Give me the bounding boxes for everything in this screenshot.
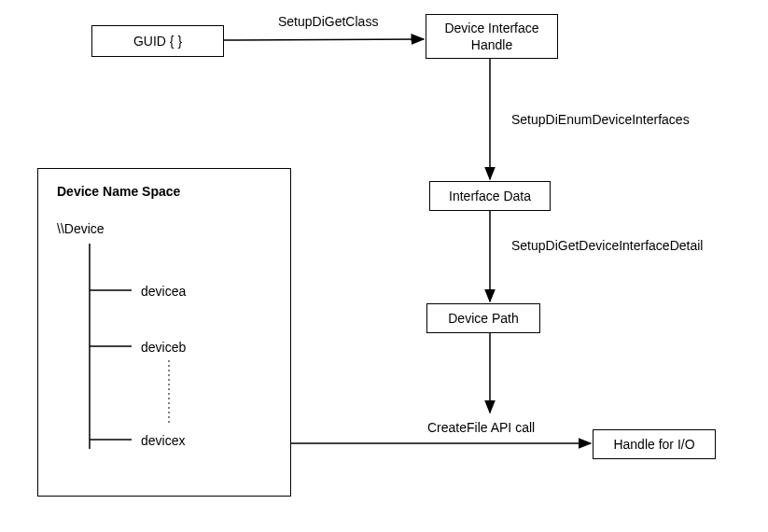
- node-handle-io-label: Handle for I/O: [613, 436, 694, 453]
- node-device-path: Device Path: [426, 303, 540, 333]
- node-interface-data: Interface Data: [429, 181, 551, 211]
- namespace-root: \\Device: [57, 220, 105, 237]
- device-namespace-box: Device Name Space \\Device devicea devic…: [37, 168, 291, 497]
- namespace-item-0: devicea: [141, 283, 186, 300]
- node-guid: GUID { }: [91, 25, 224, 57]
- node-device-interface-handle: Device Interface Handle: [426, 14, 558, 59]
- node-device-interface-handle-label: Device Interface Handle: [444, 20, 538, 53]
- edge-label-setupdienum: SetupDiEnumDeviceInterfaces: [511, 112, 690, 127]
- node-guid-label: GUID { }: [133, 33, 182, 49]
- node-interface-data-label: Interface Data: [449, 188, 531, 204]
- edge-label-setupdigetclass: SetupDiGetClass: [278, 14, 378, 29]
- namespace-item-2: devicex: [141, 432, 185, 449]
- svg-line-6: [224, 39, 424, 40]
- node-handle-io: Handle for I/O: [593, 429, 716, 459]
- namespace-title: Device Name Space: [57, 183, 180, 200]
- edge-label-setupdidetail: SetupDiGetDeviceInterfaceDetail: [511, 238, 703, 253]
- namespace-item-1: deviceb: [141, 339, 186, 356]
- edge-label-createfile: CreateFile API call: [427, 420, 535, 435]
- node-device-path-label: Device Path: [448, 310, 518, 327]
